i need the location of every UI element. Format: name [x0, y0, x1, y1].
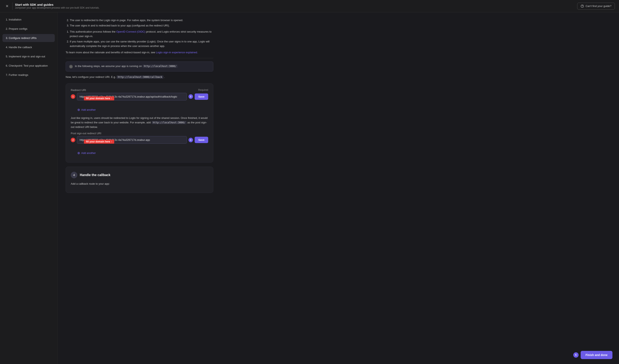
sidebar-item-7[interactable]: 7. Further readings — [2, 71, 55, 79]
callback-section-header: 4 Handle the callback — [71, 172, 208, 178]
cant-find-label: Can't find your guide? — [586, 4, 611, 8]
redirect-example-code: http://localhost:3000/callback — [116, 75, 163, 79]
save-badge-3: 3 — [188, 94, 193, 99]
info-text: In the following steps, we assume your a… — [75, 65, 178, 68]
post-signout-label-row: Post sign-out redirect URI — [71, 132, 208, 135]
add-another-row-1: fill your domain here ⊕ Add another — [71, 102, 208, 112]
main-layout: 1. Installation 2. Prepare configs 3. Co… — [0, 12, 619, 364]
redirect-uri-field-label: Redirect URI Required — [71, 89, 208, 92]
redirect-uri-label: Redirect URI — [71, 89, 86, 92]
add-another-row-2: fill your domain here ⊕ Add another — [71, 145, 208, 156]
callback-section: 4 Handle the callback Add a callback rou… — [66, 167, 213, 193]
domain-tooltip-1: fill your domain here — [84, 96, 114, 100]
finish-button[interactable]: Finish and done — [581, 351, 612, 359]
sidebar-item-2[interactable]: 2. Prepare configs — [2, 25, 55, 33]
content-inner: The user is redirected to the Logto sign… — [57, 12, 222, 222]
post-signout-code: http://localhost:3000/ — [152, 121, 187, 124]
close-button[interactable]: ✕ — [4, 3, 10, 9]
finish-btn-container: 5 Finish and done — [573, 351, 612, 359]
section-divider-1 — [66, 58, 213, 58]
plus-icon-2: ⊕ — [77, 151, 80, 155]
list-item-2: The user is redirected to the Logto sign… — [70, 18, 213, 23]
save-post-signout-button[interactable]: Save — [195, 137, 208, 143]
intro-list-1: The user is redirected to the Logto sign… — [66, 18, 213, 28]
topbar-left: ✕ Start with SDK and guides Jumpstart yo… — [4, 2, 99, 10]
finish-step-badge: 5 — [573, 352, 579, 358]
sidebar-item-4[interactable]: 4. Handle the callback — [2, 43, 55, 51]
list-item-oidc: This authentication process follows the … — [70, 29, 213, 39]
topbar-divider — [12, 2, 13, 10]
callback-section-number: 4 — [71, 172, 77, 178]
info-icon: i — [69, 65, 73, 68]
help-icon — [581, 4, 584, 8]
add-another-post-signout-button[interactable]: ⊕ Add another — [77, 150, 96, 156]
add-another-redirect-button[interactable]: ⊕ Add another — [77, 107, 96, 112]
domain-tooltip-2: fill your domain here — [84, 140, 114, 144]
sidebar-item-3[interactable]: 3. Configure redirect URIs — [2, 34, 55, 42]
topbar: ✕ Start with SDK and guides Jumpstart yo… — [0, 0, 619, 12]
save-redirect-button[interactable]: Save — [195, 94, 208, 100]
redirect-uri-section: Redirect URI Required 1 3 Save fill your… — [66, 83, 213, 162]
plus-icon: ⊕ — [77, 108, 80, 112]
rationale-link[interactable]: Logto sign-in experience explained. — [156, 51, 198, 54]
sidebar-item-6[interactable]: 6. Checkpoint: Test your application — [2, 62, 55, 70]
list-item-3: The user signs in and is redirected back… — [70, 23, 213, 28]
step-badge-1: 1 — [71, 94, 75, 99]
list-item-idp: If you have multiple apps, you can use t… — [70, 39, 213, 48]
topbar-subtitle: Jumpstart your app development process w… — [15, 6, 99, 9]
topbar-heading: Start with SDK and guides — [15, 3, 99, 6]
topbar-title: Start with SDK and guides Jumpstart your… — [15, 3, 99, 9]
redirect-intro-text: Now, let's configure your redirect URI. … — [66, 75, 213, 79]
callback-section-title: Handle the callback — [80, 173, 110, 177]
save-badge-4: 4 — [188, 138, 193, 142]
post-signout-text: Just like signing in, users should be re… — [71, 116, 208, 129]
step-badge-2: 2 — [71, 138, 75, 142]
cant-find-button[interactable]: Can't find your guide? — [577, 3, 615, 10]
sidebar: 1. Installation 2. Prepare configs 3. Co… — [0, 12, 57, 364]
required-badge: Required — [198, 89, 208, 91]
sidebar-item-1[interactable]: 1. Installation — [2, 15, 55, 24]
info-box: i In the following steps, we assume your… — [66, 62, 213, 71]
intro-list-2: This authentication process follows the … — [66, 29, 213, 48]
rationale-text: To learn more about the rationale and be… — [66, 50, 213, 55]
callback-text: Add a callback route to your app: — [71, 182, 208, 186]
localhost-code: http://localhost:3000/ — [142, 65, 178, 68]
oidc-link[interactable]: OpenID Connect (OIDC) — [116, 30, 145, 33]
sidebar-item-5[interactable]: 5. Implement sign-in and sign-out — [2, 53, 55, 60]
content-area: The user is redirected to the Logto sign… — [57, 12, 619, 364]
post-signout-label: Post sign-out redirect URI — [71, 132, 101, 135]
